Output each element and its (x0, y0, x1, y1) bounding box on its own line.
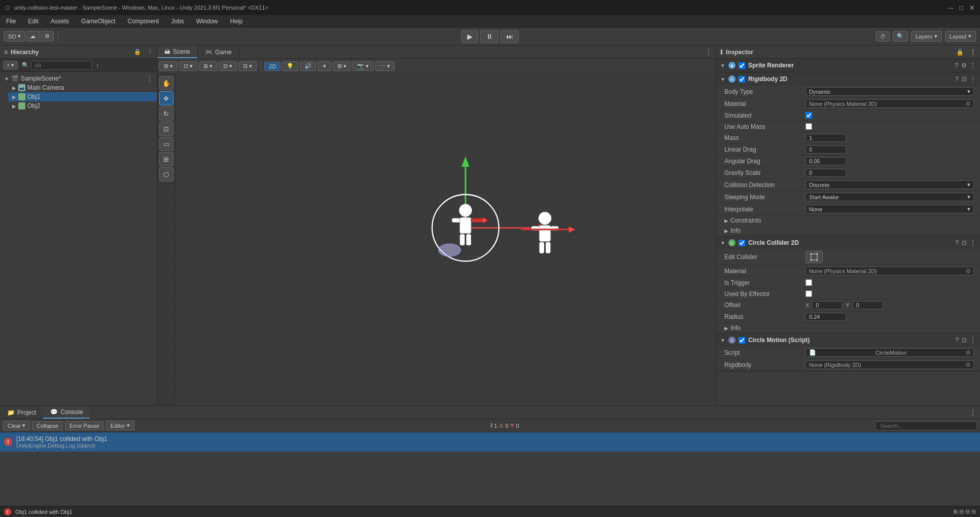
scene-render-mode[interactable]: ⊟ ▾ (238, 61, 257, 71)
search-button[interactable]: 🔍 (893, 31, 908, 42)
tab-game[interactable]: 🎮 Game (198, 46, 239, 58)
scene-snap-btn[interactable]: ⊟ ▾ (219, 61, 237, 71)
material-ref[interactable]: None (Physics Material 2D) ⊙ (806, 99, 974, 108)
console-log-item-1[interactable]: ! [18:40:54] Obj1 collided with Obj1 Uni… (0, 432, 980, 452)
so-button[interactable]: SO ▾ (4, 31, 25, 42)
sleeping-mode-dropdown[interactable]: Start Awake ▾ (806, 193, 974, 201)
angular-drag-input[interactable] (806, 157, 846, 165)
rigidbody2d-enabled[interactable] (739, 76, 745, 83)
scene-extra-btn[interactable]: ⋯ ▾ (375, 61, 395, 71)
radius-value[interactable] (806, 313, 974, 321)
hierarchy-sort-btn[interactable]: ↕ (96, 62, 99, 68)
menu-edit[interactable]: Edit (26, 17, 41, 26)
tab-project[interactable]: 📁 Project (0, 406, 43, 419)
scene-grid-btn[interactable]: ⊞ ▾ (199, 61, 217, 71)
use-auto-mass-checkbox[interactable] (806, 123, 812, 130)
offset-y-input[interactable] (853, 301, 883, 309)
circle-motion-help[interactable]: ? (955, 337, 959, 344)
error-pause-btn[interactable]: Error Pause (65, 421, 104, 430)
scene-2d-btn[interactable]: 2D (264, 62, 281, 71)
hierarchy-search-input[interactable] (31, 61, 92, 70)
rect-tool[interactable]: ▭ (159, 137, 173, 151)
sprite-renderer-help[interactable]: ? (955, 62, 958, 69)
circle-motion-header[interactable]: ▼ # Circle Motion (Script) ? ⊡ ⋮ (716, 334, 980, 347)
minimize-btn[interactable]: ─ (949, 4, 953, 12)
sprite-renderer-settings[interactable]: ⚙ (961, 62, 967, 69)
hierarchy-item-main-camera[interactable]: ▶ 📷 Main Camera (8, 83, 157, 92)
gravity-scale-value[interactable] (806, 169, 974, 177)
material-value[interactable]: None (Physics Material 2D) ⊙ (806, 99, 974, 108)
script-ref[interactable]: 📄 CircleMotion ⊙ (806, 348, 974, 357)
edit-collider-btn[interactable] (806, 251, 823, 263)
rigidbody2d-header[interactable]: ▼ ⊙ Rigidbody 2D ? ⊡ ⋮ (716, 72, 980, 86)
circle-motion-expand[interactable]: ⊡ (962, 337, 967, 344)
menu-file[interactable]: File (4, 17, 18, 26)
maximize-btn[interactable]: □ (959, 4, 963, 12)
hierarchy-lock[interactable]: 🔒 (134, 49, 141, 55)
sprite-renderer-enabled[interactable] (739, 62, 745, 69)
menu-jobs[interactable]: Jobs (169, 17, 186, 26)
mass-value[interactable] (806, 134, 974, 142)
transform-tool[interactable]: ⊞ (159, 152, 173, 166)
menu-gameobject[interactable]: GameObject (79, 17, 117, 26)
used-by-effector-checkbox[interactable] (806, 290, 812, 297)
circle-collider-enabled[interactable] (739, 240, 745, 246)
sprite-renderer-menu[interactable]: ⋮ (970, 62, 976, 69)
offset-x-input[interactable] (812, 301, 843, 309)
hierarchy-item-scene[interactable]: ▼ 🎬 SampleScene* ⋮ (0, 74, 157, 83)
hierarchy-item-obj2[interactable]: ▶ Obj2 (8, 101, 157, 110)
scene-canvas[interactable] (176, 74, 716, 405)
add-gameobject-btn[interactable]: + ▾ (3, 61, 18, 69)
circle-motion-menu[interactable]: ⋮ (970, 337, 976, 344)
close-btn[interactable]: ✕ (969, 4, 975, 12)
circle-collider-expand[interactable]: ⊡ (962, 239, 967, 246)
play-button[interactable]: ▶ (462, 30, 478, 43)
gravity-scale-input[interactable] (806, 169, 846, 177)
layout-dropdown[interactable]: Layout ▾ (945, 31, 976, 42)
title-controls[interactable]: ─ □ ✕ (949, 4, 975, 12)
is-trigger-checkbox[interactable] (806, 279, 812, 286)
scene-tab-actions[interactable]: ⋮ (706, 49, 716, 56)
rigidbody-ref-value[interactable]: None (Rigidbody 2D) ⊙ (806, 360, 974, 369)
layers-dropdown[interactable]: Layers ▾ (911, 31, 942, 42)
edit-collider-value[interactable] (806, 251, 974, 263)
scene-camera-btn[interactable]: 📷 ▾ (353, 61, 373, 71)
rigidbody-info-section[interactable]: ▶ Info (716, 226, 980, 236)
menu-window[interactable]: Window (194, 17, 220, 26)
hierarchy-menu[interactable]: ⋮ (147, 49, 153, 55)
rigidbody2d-menu[interactable]: ⋮ (970, 76, 976, 83)
collision-detection-dropdown[interactable]: Discrete ▾ (806, 180, 974, 189)
custom-tool[interactable]: ⬡ (159, 167, 173, 181)
scene-menu-btn[interactable]: ⋮ (147, 75, 153, 82)
scene-view-dropdown[interactable]: ⊞ ▾ (159, 61, 178, 71)
rotate-tool[interactable]: ↻ (159, 106, 173, 121)
linear-drag-value[interactable] (806, 145, 974, 154)
rigidbody2d-help[interactable]: ? (955, 76, 959, 83)
constraints-section[interactable]: ▶ Constraints (716, 215, 980, 226)
script-value[interactable]: 📄 CircleMotion ⊙ (806, 348, 974, 357)
circle-motion-enabled[interactable] (739, 337, 745, 344)
hand-tool[interactable]: ✋ (159, 76, 173, 90)
sleeping-mode-value[interactable]: Start Awake ▾ (806, 193, 974, 201)
collider-material-value[interactable]: None (Physics Material 2D) ⊙ (806, 267, 974, 275)
scene-more-btn[interactable]: ⋮ (706, 49, 712, 56)
circle-collider-help[interactable]: ? (955, 239, 959, 246)
sprite-renderer-header[interactable]: ▼ ◈ Sprite Renderer ? ⚙ ⋮ (716, 59, 980, 72)
clear-btn[interactable]: Clear ▾ (3, 421, 30, 430)
radius-input[interactable] (806, 313, 846, 321)
simulated-checkbox[interactable] (806, 112, 812, 119)
body-type-dropdown[interactable]: Dynamic ▾ (806, 87, 974, 96)
scene-audio-btn[interactable]: 🔊 (300, 61, 316, 71)
collapse-btn[interactable]: Collapse (32, 421, 63, 430)
scene-overlay-btn[interactable]: ⊞ ▾ (333, 61, 351, 71)
hierarchy-item-obj1[interactable]: ▶ Obj1 (8, 92, 157, 101)
collider-material-ref[interactable]: None (Physics Material 2D) ⊙ (806, 267, 974, 275)
scene-fx-btn[interactable]: ✦ (318, 61, 331, 71)
tab-console[interactable]: 💬 Console (43, 406, 90, 419)
console-search-input[interactable] (876, 421, 977, 430)
angular-drag-value[interactable] (806, 157, 974, 165)
menu-help[interactable]: Help (228, 17, 245, 26)
body-type-value[interactable]: Dynamic ▾ (806, 87, 974, 96)
step-button[interactable]: ⏭ (501, 30, 519, 43)
linear-drag-input[interactable] (806, 145, 846, 154)
